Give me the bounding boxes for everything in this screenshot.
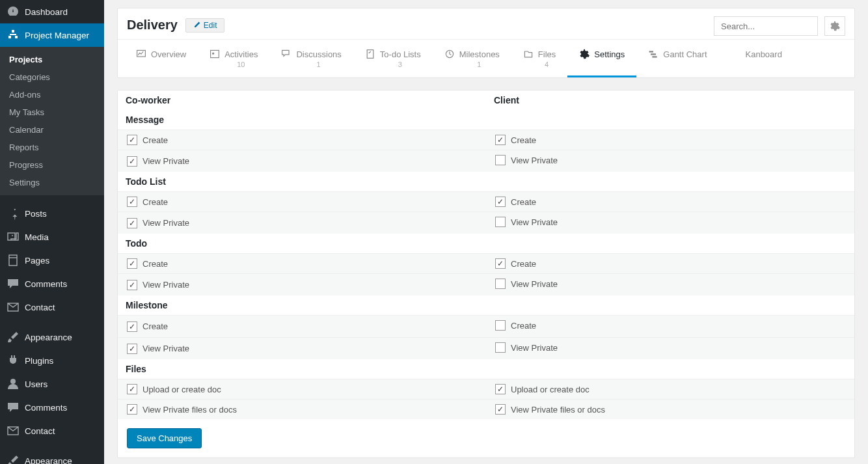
column-header-coworker: Co-worker xyxy=(118,90,486,110)
svg-point-4 xyxy=(212,53,214,55)
settings-gear-button[interactable] xyxy=(824,16,845,36)
edit-button-label: Edit xyxy=(204,21,217,30)
checkbox[interactable]: ✓ xyxy=(127,344,137,354)
sidebar-sub-calendar[interactable]: Calendar xyxy=(0,121,104,139)
sidebar-item-label: Media xyxy=(25,232,49,242)
checkbox[interactable]: ✓ xyxy=(495,135,506,145)
tab-milestones[interactable]: Milestones1 xyxy=(433,40,511,77)
sidebar-item-label: Dashboard xyxy=(25,7,68,17)
sidebar-item-label: Plugins xyxy=(25,356,53,366)
permission-label: Create xyxy=(511,135,536,145)
tab-label: Kanboard xyxy=(746,49,782,59)
milestone-icon xyxy=(444,49,455,59)
activities-icon xyxy=(210,49,220,59)
tab-activities[interactable]: Activities10 xyxy=(198,40,269,77)
sidebar-item-users[interactable]: Users xyxy=(0,372,104,396)
sidebar-sub-projects[interactable]: Projects xyxy=(0,51,104,68)
section-title: Milestone xyxy=(118,295,854,316)
pencil-icon xyxy=(193,21,200,29)
sidebar-item-contact[interactable]: Contact xyxy=(0,419,104,443)
checkbox[interactable]: ✓ xyxy=(127,404,137,415)
checkbox[interactable] xyxy=(495,155,506,165)
sidebar-sub-my-tasks[interactable]: My Tasks xyxy=(0,103,104,121)
plug-icon xyxy=(7,354,20,367)
checkbox[interactable] xyxy=(495,320,506,331)
save-changes-button[interactable]: Save Changes xyxy=(127,428,202,448)
tab-label: Overview xyxy=(151,49,186,59)
tab-label: Gantt Chart xyxy=(663,49,707,59)
sidebar-submenu: ProjectsCategoriesAdd-onsMy TasksCalenda… xyxy=(0,47,104,195)
checkbox[interactable]: ✓ xyxy=(127,280,137,290)
sidebar-sub-add-ons[interactable]: Add-ons xyxy=(0,86,104,103)
tab-label: Milestones xyxy=(459,49,500,59)
none-icon xyxy=(731,49,741,59)
permission-label: View Private xyxy=(511,343,558,353)
tab-label: Files xyxy=(538,49,556,59)
tab-gantt-chart[interactable]: Gantt Chart xyxy=(636,40,718,77)
sidebar-item-label: Project Manager xyxy=(25,31,89,40)
section-title: Todo List xyxy=(118,172,854,192)
sidebar-sub-reports[interactable]: Reports xyxy=(0,139,104,156)
tab-kanboard[interactable]: Kanboard xyxy=(719,40,794,77)
sidebar-item-label: Appearance xyxy=(25,456,72,465)
permission-label: Create xyxy=(511,321,536,331)
page-icon xyxy=(7,254,20,267)
checkbox[interactable]: ✓ xyxy=(495,404,506,415)
checkbox[interactable]: ✓ xyxy=(495,258,506,269)
permission-label: Upload or create doc xyxy=(511,385,590,394)
checkbox[interactable]: ✓ xyxy=(495,384,506,394)
checkbox[interactable]: ✓ xyxy=(127,135,137,145)
sidebar-item-label: Users xyxy=(25,379,47,389)
checkbox[interactable]: ✓ xyxy=(127,218,137,228)
permission-label: View Private xyxy=(142,280,189,290)
tab-settings[interactable]: Settings xyxy=(567,40,636,77)
checkbox[interactable] xyxy=(495,279,506,289)
mail-icon xyxy=(7,301,20,314)
checkbox[interactable]: ✓ xyxy=(127,156,137,167)
sidebar-sub-progress[interactable]: Progress xyxy=(0,156,104,174)
checkbox[interactable]: ✓ xyxy=(127,197,137,207)
tab-label: Settings xyxy=(594,49,625,59)
search-input[interactable] xyxy=(714,16,818,36)
svg-point-1 xyxy=(10,379,16,384)
column-header-client: Client xyxy=(486,90,854,110)
sidebar-item-pages[interactable]: Pages xyxy=(0,249,104,272)
checkbox[interactable]: ✓ xyxy=(127,384,137,394)
sidebar-item-appearance[interactable]: Appearance xyxy=(0,325,104,349)
permission-label: View Private files or docs xyxy=(511,405,605,415)
sidebar-item-posts[interactable]: Posts xyxy=(0,202,104,225)
edit-button[interactable]: Edit xyxy=(185,18,224,33)
sidebar-item-comments[interactable]: Comments xyxy=(0,272,104,295)
svg-rect-9 xyxy=(653,56,657,57)
tab-label: Activities xyxy=(224,49,258,59)
tab-count: 4 xyxy=(530,61,549,68)
sidebar-item-project-manager[interactable]: Project Manager xyxy=(0,23,104,47)
admin-sidebar: DashboardProject ManagerProjectsCategori… xyxy=(0,0,104,464)
sidebar-item-contact[interactable]: Contact xyxy=(0,295,104,319)
permission-label: Upload or create doc xyxy=(142,385,221,394)
checkbox[interactable]: ✓ xyxy=(495,197,506,207)
sidebar-item-dashboard[interactable]: Dashboard xyxy=(0,0,104,23)
tab-to-do-lists[interactable]: To-do Lists3 xyxy=(353,40,433,77)
svg-point-0 xyxy=(12,235,13,236)
comment-icon xyxy=(7,401,20,414)
sidebar-sub-categories[interactable]: Categories xyxy=(0,68,104,86)
sidebar-item-label: Contact xyxy=(25,426,55,436)
sidebar-item-label: Contact xyxy=(25,303,55,312)
checkbox[interactable] xyxy=(495,342,506,353)
settings-panel: Co-workerClientMessage ✓Create ✓Create ✓… xyxy=(117,90,855,458)
checkbox[interactable]: ✓ xyxy=(127,321,137,332)
checkbox[interactable]: ✓ xyxy=(127,258,137,269)
checkbox[interactable] xyxy=(495,217,506,227)
sidebar-item-comments[interactable]: Comments xyxy=(0,396,104,419)
permissions-table: Co-workerClientMessage ✓Create ✓Create ✓… xyxy=(118,90,854,419)
tab-discussions[interactable]: Discussions1 xyxy=(269,40,353,77)
tab-overview[interactable]: Overview xyxy=(124,40,198,77)
sidebar-item-media[interactable]: Media xyxy=(0,225,104,249)
permission-label: View Private files or docs xyxy=(142,405,237,415)
tab-files[interactable]: Files4 xyxy=(511,40,567,77)
sidebar-sub-settings[interactable]: Settings xyxy=(0,174,104,191)
sidebar-item-plugins[interactable]: Plugins xyxy=(0,349,104,372)
sidebar-item-appearance[interactable]: Appearance xyxy=(0,449,104,464)
mail-icon xyxy=(7,424,20,437)
